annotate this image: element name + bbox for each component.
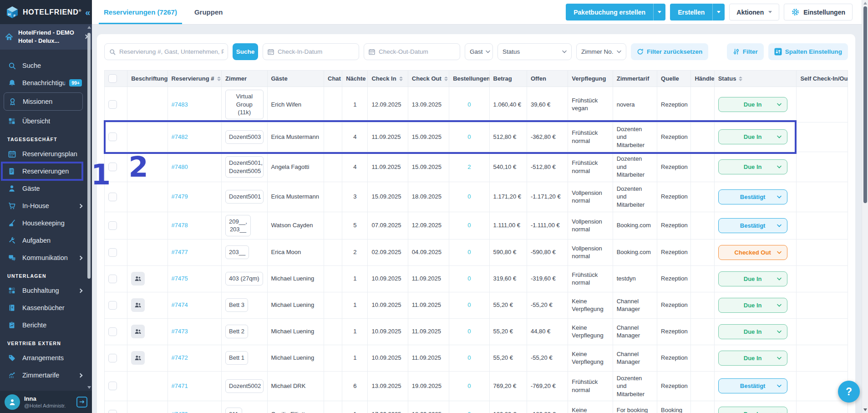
orders-count[interactable]: 0 bbox=[467, 328, 471, 335]
row-checkbox[interactable] bbox=[108, 221, 117, 230]
row-checkbox[interactable] bbox=[108, 163, 117, 171]
gast-select[interactable]: Gast bbox=[465, 43, 493, 60]
orders-count[interactable]: 0 bbox=[467, 249, 471, 255]
orders-count[interactable]: 0 bbox=[467, 354, 471, 361]
sort-icon[interactable] bbox=[217, 76, 221, 81]
reservation-link[interactable]: #7483 bbox=[172, 101, 188, 108]
page-scrollbar[interactable] bbox=[862, 0, 868, 413]
status-badge[interactable]: Due In bbox=[718, 407, 787, 413]
reservation-link[interactable]: #7473 bbox=[172, 328, 188, 335]
row-checkbox[interactable] bbox=[108, 248, 117, 257]
status-badge[interactable]: Due In bbox=[718, 324, 787, 339]
page-scrollbar-thumb[interactable] bbox=[863, 6, 867, 203]
row-checkbox[interactable] bbox=[108, 382, 117, 390]
scroll-up-icon[interactable] bbox=[863, 2, 867, 5]
row-checkbox[interactable] bbox=[108, 100, 117, 109]
reservation-link[interactable]: #7482 bbox=[172, 133, 188, 140]
column-header-status[interactable]: Status bbox=[714, 71, 797, 87]
reservation-link[interactable]: #7480 bbox=[172, 163, 188, 170]
sidebar-item-housekeeping[interactable]: Housekeeping bbox=[0, 214, 86, 232]
sidebar-item-benachrichtigungen[interactable]: Benachrichtigungen99+ bbox=[0, 74, 86, 92]
sidebar-item-reservierungsplan[interactable]: Reservierungsplan bbox=[0, 145, 86, 163]
sidebar-item-kommunikation[interactable]: Kommunikation bbox=[0, 249, 86, 266]
check-in-date-input[interactable] bbox=[263, 44, 359, 60]
logout-icon[interactable] bbox=[76, 397, 87, 408]
filter-zuruecksetzen-button[interactable]: Filter zurücksetzen bbox=[631, 43, 708, 60]
status-badge[interactable]: Due In bbox=[718, 351, 787, 366]
orders-count[interactable]: 0 bbox=[467, 382, 471, 389]
status-badge[interactable]: Due In bbox=[718, 271, 787, 286]
sidebar-item-in-house[interactable]: In-House bbox=[0, 197, 86, 214]
orders-count[interactable]: 0 bbox=[467, 222, 471, 229]
sidebar-item-buchhaltung[interactable]: Buchhaltung bbox=[0, 282, 86, 299]
reservation-link[interactable]: #7478 bbox=[172, 222, 188, 229]
help-button[interactable]: ? bbox=[838, 381, 860, 403]
spalten-einstellung-button[interactable]: Spalten Einstellung bbox=[768, 43, 848, 60]
zimmer-no-select[interactable]: Zimmer No. bbox=[576, 43, 626, 60]
paketbuchung-erstellen-button[interactable]: Paketbuchung erstellen bbox=[566, 4, 665, 20]
orders-count[interactable]: 0 bbox=[467, 101, 471, 108]
sidebar-item-suche[interactable]: Suche bbox=[0, 57, 86, 74]
sidebar-item-berichte[interactable]: Berichte bbox=[0, 316, 86, 334]
sidebar-item-kassenbucher[interactable]: €Kassenbücher bbox=[0, 299, 86, 316]
row-checkbox[interactable] bbox=[108, 275, 117, 283]
row-checkbox[interactable] bbox=[108, 327, 117, 336]
scroll-down-icon[interactable] bbox=[87, 386, 91, 389]
orders-count[interactable]: 0 bbox=[467, 301, 471, 308]
check-out-date-input[interactable] bbox=[364, 44, 460, 60]
status-badge[interactable]: Due In bbox=[718, 129, 787, 144]
sidebar-item-zimmertarife[interactable]: Zimmertarife bbox=[0, 367, 86, 384]
tab-reservierungen[interactable]: Reservierungen (7267) bbox=[104, 0, 177, 24]
paketbuchung-dropdown-caret[interactable] bbox=[653, 4, 665, 20]
sidebar-collapse-icon[interactable]: « bbox=[85, 8, 90, 17]
status-badge[interactable]: Bestätigt bbox=[718, 218, 787, 233]
column-header-check_out[interactable]: Check Out bbox=[408, 71, 449, 87]
status-badge[interactable]: Due In bbox=[718, 97, 787, 112]
erstellen-button[interactable]: Erstellen bbox=[670, 4, 725, 20]
row-checkbox[interactable] bbox=[108, 133, 117, 141]
status-badge[interactable]: Due In bbox=[718, 298, 787, 313]
sort-icon[interactable] bbox=[739, 76, 742, 81]
sidebar-item-gaste[interactable]: Gäste bbox=[0, 180, 86, 197]
orders-count[interactable]: 0 bbox=[467, 133, 471, 140]
sidebar-scrollbar-thumb[interactable] bbox=[87, 33, 91, 279]
orders-count[interactable]: 0 bbox=[467, 193, 471, 200]
scroll-down-icon[interactable] bbox=[863, 408, 867, 411]
row-checkbox[interactable] bbox=[108, 354, 117, 362]
reservation-link[interactable]: #7474 bbox=[172, 301, 188, 308]
einstellungen-button[interactable]: Einstellungen bbox=[784, 4, 853, 20]
column-header-reservierung[interactable]: Reservierung # bbox=[168, 71, 222, 87]
sidebar-item-arrangements[interactable]: Arrangements bbox=[0, 349, 86, 367]
orders-count[interactable]: 2 bbox=[467, 163, 471, 170]
hotel-selector[interactable]: HotelFriend - DEMOHotel - Delux... bbox=[0, 24, 92, 50]
status-select[interactable]: Status bbox=[497, 43, 572, 60]
status-badge[interactable]: Checked Out bbox=[718, 245, 787, 260]
select-all-checkbox[interactable] bbox=[108, 74, 117, 83]
sort-icon[interactable] bbox=[444, 76, 448, 81]
status-badge[interactable]: Bestätigt bbox=[718, 189, 787, 204]
sidebar-item-aufgaben[interactable]: Aufgaben bbox=[0, 232, 86, 249]
sidebar-scrollbar[interactable] bbox=[87, 25, 91, 390]
sidebar-item-ubersicht[interactable]: Übersicht bbox=[0, 112, 86, 130]
search-input[interactable] bbox=[105, 44, 228, 60]
erstellen-dropdown-caret[interactable] bbox=[712, 4, 725, 20]
user-panel[interactable]: Inna @Hotel Administr. bbox=[0, 391, 92, 413]
filter-button[interactable]: Filter bbox=[727, 43, 764, 60]
column-header-check_in[interactable]: Check In bbox=[368, 71, 408, 87]
orders-count[interactable]: 0 bbox=[467, 411, 471, 413]
status-badge[interactable]: Due In bbox=[718, 159, 787, 174]
aktionen-button[interactable]: Aktionen bbox=[729, 4, 779, 20]
reservation-link[interactable]: #7472 bbox=[172, 354, 188, 361]
reservation-link[interactable]: #7470 bbox=[172, 411, 188, 413]
reservation-link[interactable]: #7479 bbox=[172, 193, 188, 200]
reservation-link[interactable]: #7471 bbox=[172, 382, 188, 389]
row-checkbox[interactable] bbox=[108, 301, 117, 310]
reservation-link[interactable]: #7477 bbox=[172, 249, 188, 255]
tab-gruppen[interactable]: Gruppen bbox=[194, 0, 223, 24]
orders-count[interactable]: 0 bbox=[467, 275, 471, 282]
suche-button[interactable]: Suche bbox=[233, 43, 258, 60]
reservation-link[interactable]: #7475 bbox=[172, 275, 188, 282]
row-checkbox[interactable] bbox=[108, 410, 117, 413]
sidebar-item-missionen[interactable]: Missionen bbox=[4, 92, 83, 111]
sort-icon[interactable] bbox=[399, 76, 403, 81]
